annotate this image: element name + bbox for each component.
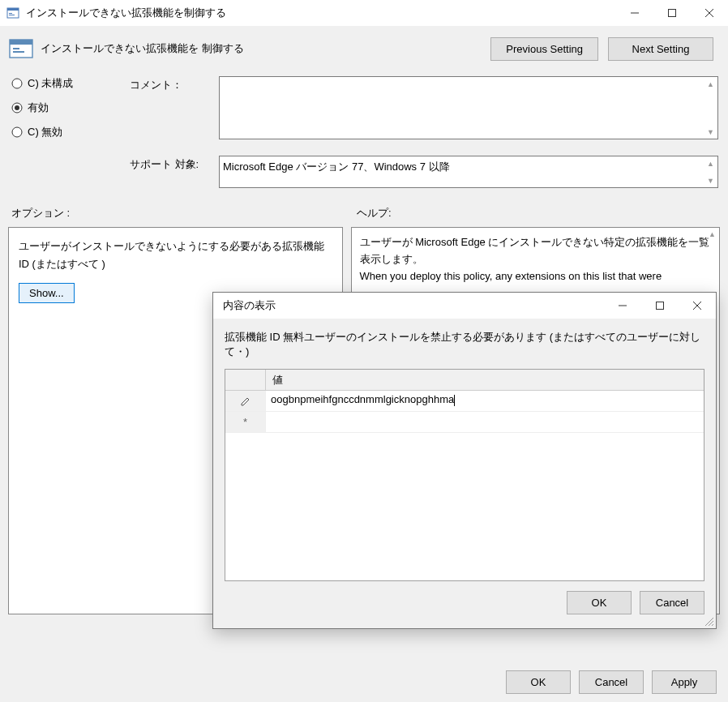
svg-rect-10 xyxy=(13,48,19,49)
radio-disabled[interactable]: C) 無効 xyxy=(11,125,130,139)
help-text-line2: When you deploy this policy, any extensi… xyxy=(360,270,662,282)
comment-label: コメント： xyxy=(130,76,219,149)
svg-rect-17 xyxy=(657,302,664,310)
radio-not-configured[interactable]: C) 未構成 xyxy=(11,76,130,91)
scroll-down-icon[interactable]: ▼ xyxy=(704,173,717,187)
main-button-bar: OK Cancel Apply xyxy=(506,670,717,694)
value-column-header[interactable]: 値 xyxy=(266,370,704,390)
cancel-button[interactable]: Cancel xyxy=(579,670,644,694)
radio-not-configured-label: C) 未構成 xyxy=(28,76,73,91)
radio-enabled[interactable]: 有効 xyxy=(11,101,130,115)
dialog-description: 拡張機能 ID 無料ユーザーのインストールを禁止する必要があります (またはすべ… xyxy=(225,330,704,359)
resize-grip-icon[interactable] xyxy=(703,615,714,627)
grid-cell-value-1[interactable]: oogbnpmeihfgnccdnmmlgicknopghhma xyxy=(266,391,704,411)
previous-setting-button[interactable]: Previous Setting xyxy=(490,37,598,61)
next-setting-button[interactable]: Next Setting xyxy=(608,37,713,61)
show-button[interactable]: Show... xyxy=(19,283,75,303)
window-title: インストールできない拡張機能を制御する xyxy=(26,6,616,20)
dialog-maximize-button[interactable] xyxy=(641,293,679,319)
svg-rect-2 xyxy=(9,13,12,14)
radio-enabled-label: 有効 xyxy=(28,101,49,115)
dialog-button-bar: OK Cancel xyxy=(225,591,704,614)
svg-rect-1 xyxy=(7,8,19,11)
header-row: インストールできない拡張機能を 制御する Previous Setting Ne… xyxy=(8,36,720,62)
dialog-ok-button[interactable]: OK xyxy=(567,591,632,614)
svg-rect-9 xyxy=(10,40,32,45)
radio-disabled-label: C) 無効 xyxy=(28,125,62,139)
svg-point-14 xyxy=(15,105,19,110)
svg-rect-5 xyxy=(669,10,676,17)
dialog-close-button[interactable] xyxy=(679,293,716,319)
support-textarea: Microsoft Edge バージョン 77、Windows 7 以降 ▲ ▼ xyxy=(219,156,718,188)
support-value: Microsoft Edge バージョン 77、Windows 7 以降 xyxy=(223,161,450,173)
grid-row-new[interactable]: * xyxy=(225,412,704,433)
help-text-line1: ユーザーが Microsoft Edge にインストールできない特定の拡張機能を… xyxy=(360,236,710,265)
svg-rect-11 xyxy=(13,51,24,53)
svg-rect-3 xyxy=(9,15,15,15)
help-section-label: ヘルプ: xyxy=(357,206,392,220)
policy-icon xyxy=(8,36,34,62)
scroll-down-icon[interactable]: ▼ xyxy=(704,125,717,139)
close-button[interactable] xyxy=(691,0,728,26)
scroll-up-icon[interactable]: ▲ xyxy=(704,156,717,170)
dialog-content: 拡張機能 ID 無料ユーザーのインストールを禁止する必要があります (またはすべ… xyxy=(213,319,716,623)
apply-button[interactable]: Apply xyxy=(652,670,717,694)
grid-header: 値 xyxy=(225,370,704,391)
grid-cell-value-new[interactable] xyxy=(266,412,704,432)
grid-row-1[interactable]: oogbnpmeihfgnccdnmmlgicknopghhma xyxy=(225,391,704,412)
comment-textarea[interactable]: ▲ ▼ xyxy=(219,76,718,139)
ok-button[interactable]: OK xyxy=(506,670,571,694)
dialog-minimize-button[interactable] xyxy=(604,293,641,319)
show-contents-dialog: 内容の表示 拡張機能 ID 無料ユーザーのインストールを禁止する必要があります … xyxy=(212,292,717,629)
scroll-up-icon[interactable]: ▲ xyxy=(704,77,717,91)
options-section-label: オプション : xyxy=(8,206,357,220)
minimize-button[interactable] xyxy=(616,0,653,26)
dialog-titlebar: 内容の表示 xyxy=(213,293,716,319)
support-label: サポート 対象: xyxy=(130,156,219,188)
radio-group: C) 未構成 有効 C) 無効 xyxy=(8,76,130,149)
main-titlebar: インストールできない拡張機能を制御する xyxy=(0,0,728,26)
dialog-cancel-button[interactable]: Cancel xyxy=(640,591,704,614)
policy-title: インストールできない拡張機能を 制御する xyxy=(41,41,490,56)
scroll-up-icon[interactable]: ▲ xyxy=(705,228,719,242)
maximize-button[interactable] xyxy=(653,0,691,26)
edit-row-icon xyxy=(225,391,266,411)
dialog-title: 内容の表示 xyxy=(220,298,604,313)
svg-line-22 xyxy=(712,624,713,626)
grid-corner xyxy=(225,370,266,390)
svg-point-15 xyxy=(12,127,22,137)
options-description: ユーザーがインストールできないようにする必要がある拡張機能 ID (またはすべて… xyxy=(19,238,332,273)
window-controls xyxy=(616,0,728,26)
value-grid[interactable]: 値 oogbnpmeihfgnccdnmmlgicknopghhma * xyxy=(225,369,704,581)
new-row-icon: * xyxy=(225,412,266,432)
app-icon xyxy=(6,6,19,19)
svg-point-12 xyxy=(12,79,22,88)
text-caret xyxy=(454,395,455,406)
